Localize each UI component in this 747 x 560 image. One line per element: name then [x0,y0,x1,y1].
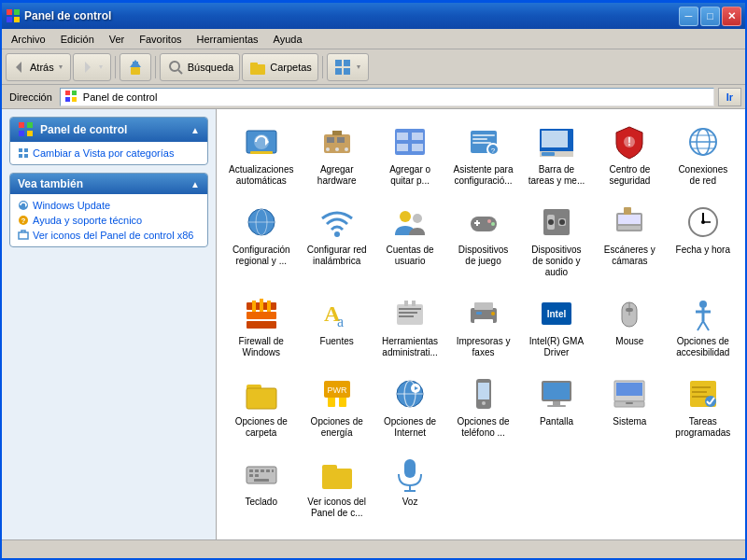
svg-rect-160 [254,479,269,482]
svg-rect-14 [250,63,258,66]
icon-opciones-energia[interactable]: PWR Opciones de energía [302,369,371,445]
svg-line-12 [178,70,182,74]
icon-sistema[interactable]: Sistema [595,369,664,445]
sidebar-link-help[interactable]: ? Ayuda y soporte técnico [18,215,200,226]
svg-rect-63 [542,152,555,156]
sidebar-link-x86-icons[interactable]: Ver iconos del Panel de control x86 [18,230,200,241]
address-field[interactable]: Panel de control [60,88,714,106]
menu-herramientas[interactable]: Herramientas [190,32,266,47]
phone-icon [465,375,502,413]
x86-icon [18,230,29,241]
menu-favoritos[interactable]: Favoritos [132,32,189,47]
icon-opciones-telefono[interactable]: Opciones de teléfono ... [448,369,517,445]
sidebar-link-windows-update[interactable]: Windows Update [18,200,200,211]
menu-edicion[interactable]: Edición [53,32,102,47]
svg-rect-99 [252,301,256,312]
svg-rect-20 [65,91,70,95]
icon-dispositivos-sonido[interactable]: Dispositivos de sonido y audio [522,197,591,285]
voice-icon [391,455,429,493]
icon-intel-gma[interactable]: Intel Intel(R) GMA Driver [522,288,591,365]
icon-opciones-carpeta[interactable]: Opciones de carpeta [224,369,298,445]
svg-rect-50 [397,133,408,140]
svg-rect-30 [19,154,22,158]
title-bar: Panel de control ─ □ ✕ [2,3,745,29]
svg-rect-43 [327,137,334,143]
mouse-icon [611,295,648,332]
svg-marker-4 [16,62,21,73]
icon-configurar-red[interactable]: Configurar red inalámbrica [302,197,371,285]
icon-fuentes[interactable]: Aa Fuentes [302,288,371,365]
icon-agregar-quitarp[interactable]: Agregar o quitar p... [375,117,444,193]
icon-teclado[interactable]: Teclado [224,449,298,525]
icon-firewall[interactable]: Firewall de Windows [224,288,298,365]
sidebar-panel-see-also: Vea también ▲ Windows Update ? Ayuda y s… [9,173,208,247]
svg-point-114 [491,312,495,315]
icon-label-config-regional: Configuración regional y ... [229,245,293,267]
icon-agregar-hw[interactable]: Agregar hardware [302,117,371,193]
minimize-button[interactable]: ─ [679,7,698,26]
back-dropdown-icon [57,60,64,75]
svg-rect-112 [474,319,493,329]
icon-centro-seguridad[interactable]: ! Centro de seguridad [595,117,664,193]
svg-point-11 [170,62,179,71]
icon-cuentas-usuario[interactable]: Cuentas de usuario [375,197,444,285]
maximize-button[interactable]: □ [700,7,720,26]
search-button[interactable]: Búsqueda [160,53,241,81]
wireless-icon [318,203,356,241]
menu-ver[interactable]: Ver [102,32,133,47]
svg-rect-29 [24,148,28,152]
icon-mouse[interactable]: Mouse [595,288,664,365]
sidebar-panel-header-control: Panel de control ▲ [10,118,207,142]
icon-label-cuentas-usuario: Cuentas de usuario [380,245,440,267]
hardware-icon [318,123,356,161]
sidebar-panel-header-see-also: Vea también ▲ [10,174,207,194]
icon-impresoras[interactable]: Impresoras y faxes [448,288,517,365]
firewall-icon [243,295,280,332]
window-icon [6,8,21,23]
svg-rect-48 [332,131,342,135]
views-button[interactable] [327,53,369,81]
svg-rect-147 [692,391,707,393]
back-button[interactable]: Atrás [6,53,71,81]
svg-rect-2 [7,17,12,22]
forward-dropdown-icon [97,60,105,75]
icon-opciones-internet[interactable]: Opciones de Internet [375,369,444,445]
svg-rect-61 [542,131,568,147]
svg-rect-26 [19,131,24,136]
close-button[interactable]: ✕ [722,7,741,26]
icon-tareas-programadas[interactable]: Tareas programadas [669,369,738,445]
panel2-collapse[interactable]: ▲ [190,179,200,189]
icon-label-fuentes: Fuentes [320,336,354,347]
icon-actualizaciones[interactable]: Actualizaciones automáticas [224,117,298,193]
icon-fecha-hora[interactable]: Fecha y hora [669,197,738,285]
sidebar-link-categories[interactable]: Cambiar a Vista por categorías [18,147,200,159]
icon-herramientas-admin[interactable]: Herramientas administrati... [375,288,444,365]
svg-rect-113 [476,312,482,315]
up-button[interactable] [120,53,151,81]
views-icon [333,58,352,77]
menu-ayuda[interactable]: Ayuda [266,32,310,47]
icon-ver-iconos-86[interactable]: Ver iconos del Panel de c... [302,449,371,525]
icon-config-regional[interactable]: Configuración regional y ... [224,197,298,285]
address-go-button[interactable]: Ir [718,88,741,106]
folders-button[interactable]: Carpetas [242,53,318,81]
icon-label-dispositivos-sonido: Dispositivos de sonido y audio [527,245,586,278]
back-icon [12,60,27,75]
panel1-collapse[interactable]: ▲ [190,125,200,135]
icon-barra-tareas[interactable]: Barra de tareas y me... [522,117,591,193]
icon-voz[interactable]: Voz [375,449,444,525]
svg-rect-100 [260,299,263,312]
icon-opciones-accesib[interactable]: Opciones de accesibilidad [669,288,738,365]
icon-conexiones-red[interactable]: Conexiones de red [669,117,738,193]
svg-rect-148 [692,396,709,398]
icon-dispositivos-juego[interactable]: Dispositivos de juego [448,197,517,285]
forward-button[interactable] [73,53,111,81]
svg-rect-97 [247,312,276,319]
icon-pantalla[interactable]: Pantalla [522,369,591,445]
menu-archivo[interactable]: Archivo [4,32,53,47]
icon-asistente-config[interactable]: ? Asistente para configuració... [448,117,517,193]
svg-rect-159 [255,474,259,477]
folders-icon [248,58,267,77]
icon-label-tareas-programadas: Tareas programadas [673,416,733,439]
icon-escaneres[interactable]: Escáneres y cámaras [595,197,664,285]
